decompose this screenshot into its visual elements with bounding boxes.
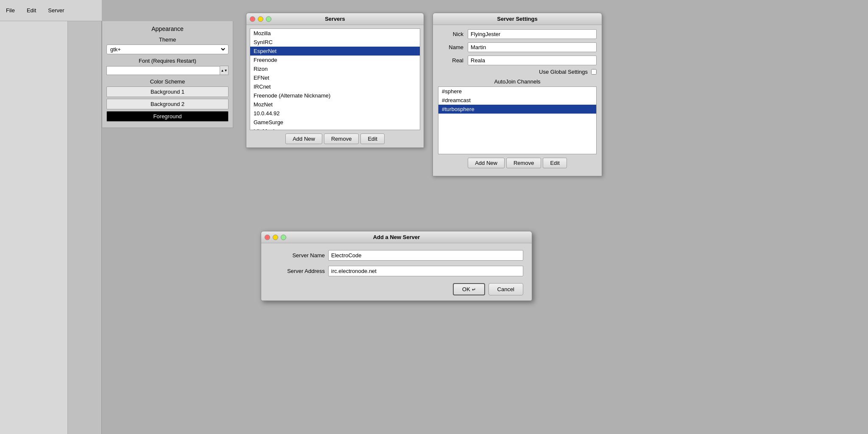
server-item-10044[interactable]: 10.0.44.92 — [250, 109, 420, 118]
enter-icon: ↵ — [472, 287, 476, 292]
dialog-cancel-btn[interactable]: Cancel — [488, 283, 523, 295]
server-item-freenode[interactable]: Freenode — [250, 56, 420, 64]
dialog-close-btn[interactable] — [265, 234, 270, 240]
servers-title: Servers — [325, 16, 345, 22]
server-item-espernet[interactable]: EsperNet — [250, 47, 420, 56]
server-item-ircnet[interactable]: IRCnet — [250, 82, 420, 91]
channel-turbosphere[interactable]: #turbosphere — [438, 105, 596, 114]
channels-add-btn[interactable]: Add New — [468, 158, 505, 168]
servers-add-btn[interactable]: Add New — [285, 134, 322, 144]
font-row: ▲▼ — [106, 66, 229, 75]
dialog-buttons: OK ↵ Cancel — [270, 281, 523, 295]
server-item-mozilla[interactable]: Mozilla — [250, 29, 420, 38]
server-name-label: Server Name — [270, 252, 325, 259]
name-label: Name — [438, 44, 463, 50]
nick-input[interactable] — [468, 29, 597, 39]
servers-minimize-btn[interactable] — [258, 16, 263, 22]
appearance-title: Appearance — [106, 25, 229, 32]
real-label: Real — [438, 57, 463, 64]
add-server-title: Add a New Server — [373, 234, 420, 240]
left-panel — [0, 0, 102, 434]
font-spinner[interactable]: ▲▼ — [220, 66, 229, 75]
server-address-row: Server Address — [270, 266, 523, 276]
server-settings-window: Server Settings Nick Name Real Use Globa… — [433, 13, 602, 176]
channels-edit-btn[interactable]: Edit — [543, 158, 567, 168]
dialog-maximize-btn[interactable] — [281, 234, 286, 240]
servers-close-btn[interactable] — [250, 16, 255, 22]
font-input[interactable] — [106, 66, 220, 75]
channels-list[interactable]: #sphere #dreamcast #turbosphere — [438, 86, 597, 154]
server-item-freenode-alt[interactable]: Freenode (Alternate Nickname) — [250, 91, 420, 100]
autojoin-label: AutoJoin Channels — [438, 78, 597, 85]
server-address-input[interactable] — [328, 266, 523, 276]
channel-dreamcast[interactable]: #dreamcast — [438, 96, 596, 105]
color-scheme-label: Color Scheme — [106, 78, 229, 85]
servers-window: Servers Mozilla SynIRC EsperNet Freenode… — [246, 13, 424, 148]
server-item-rizon[interactable]: Rizon — [250, 64, 420, 73]
server-settings-titlebar: Server Settings — [433, 13, 602, 25]
server-settings-title: Server Settings — [497, 16, 537, 22]
channel-sphere[interactable]: #sphere — [438, 87, 596, 96]
dialog-ok-btn[interactable]: OK ↵ — [453, 283, 485, 295]
appearance-panel: Appearance Theme gtk+ Font (Requires Res… — [102, 21, 233, 128]
server-address-label: Server Address — [270, 268, 325, 274]
real-row: Real — [438, 56, 597, 65]
channels-buttons: Add New Remove Edit — [438, 158, 597, 172]
servers-remove-btn[interactable]: Remove — [324, 134, 359, 144]
real-input[interactable] — [468, 56, 597, 65]
foreground-button[interactable]: Foreground — [106, 111, 229, 122]
use-global-label: Use Global Settings — [539, 69, 588, 75]
server-name-row: Server Name — [270, 250, 523, 261]
server-item-efnet[interactable]: EFNet — [250, 73, 420, 82]
menu-server[interactable]: Server — [45, 6, 67, 14]
dialog-body: Server Name Server Address OK ↵ Cancel — [261, 243, 532, 300]
use-global-row: Use Global Settings — [438, 69, 597, 75]
dialog-window-controls — [265, 234, 286, 240]
server-item-moznet[interactable]: MozNet — [250, 100, 420, 109]
menu-edit[interactable]: Edit — [24, 6, 39, 14]
server-item-synirc[interactable]: SynIRC — [250, 38, 420, 47]
server-item-idlemonkeys[interactable]: IdleMonkeys — [250, 127, 420, 130]
nick-row: Nick — [438, 29, 597, 39]
servers-buttons: Add New Remove Edit — [246, 134, 424, 147]
menu-bar: File Edit Server — [0, 0, 102, 21]
servers-list[interactable]: Mozilla SynIRC EsperNet Freenode Rizon E… — [250, 28, 420, 130]
font-label: Font (Requires Restart) — [106, 58, 229, 64]
add-server-dialog: Add a New Server Server Name Server Addr… — [261, 231, 532, 301]
servers-window-controls — [250, 16, 271, 22]
menu-file[interactable]: File — [3, 6, 17, 14]
background1-button[interactable]: Background 1 — [106, 86, 229, 97]
servers-maximize-btn[interactable] — [266, 16, 271, 22]
background2-button[interactable]: Background 2 — [106, 99, 229, 109]
name-row: Name — [438, 42, 597, 52]
server-item-gamesurge[interactable]: GameSurge — [250, 118, 420, 127]
servers-edit-btn[interactable]: Edit — [360, 134, 384, 144]
left-panel-inner — [0, 21, 68, 434]
channels-remove-btn[interactable]: Remove — [506, 158, 541, 168]
servers-titlebar: Servers — [246, 13, 424, 25]
settings-form: Nick Name Real Use Global Settings AutoJ… — [433, 25, 602, 176]
theme-label: Theme — [106, 36, 229, 43]
use-global-checkbox[interactable] — [591, 69, 597, 75]
nick-label: Nick — [438, 31, 463, 37]
dialog-minimize-btn[interactable] — [273, 234, 278, 240]
theme-select-wrapper[interactable]: gtk+ — [106, 45, 229, 54]
server-name-input[interactable] — [328, 250, 523, 261]
theme-select[interactable]: gtk+ — [109, 46, 226, 53]
name-input[interactable] — [468, 42, 597, 52]
add-server-titlebar: Add a New Server — [261, 231, 532, 243]
